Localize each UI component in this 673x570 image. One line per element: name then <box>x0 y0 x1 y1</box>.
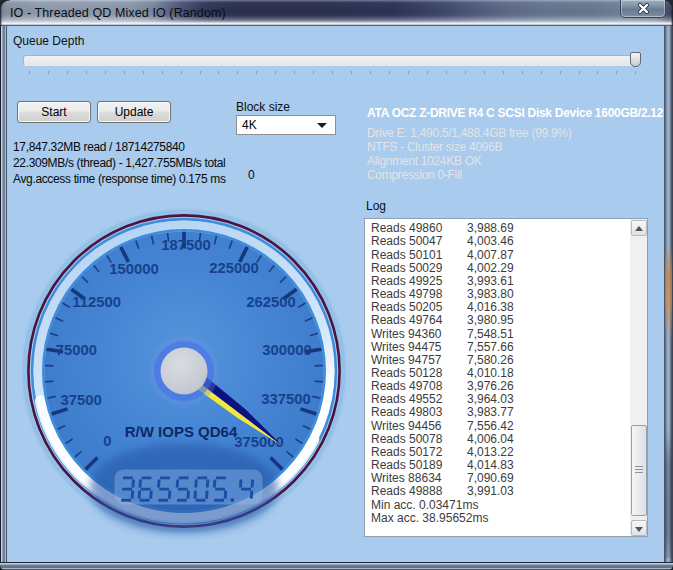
svg-text:262500: 262500 <box>246 294 295 310</box>
svg-text:37500: 37500 <box>61 392 102 408</box>
svg-text:150000: 150000 <box>109 261 158 277</box>
svg-text:300000: 300000 <box>262 342 311 358</box>
svg-text:187500: 187500 <box>161 237 210 253</box>
svg-text:0: 0 <box>103 433 111 449</box>
svg-text:75000: 75000 <box>56 342 97 358</box>
svg-text:R/W IOPS QD64: R/W IOPS QD64 <box>125 423 238 440</box>
svg-text:225000: 225000 <box>209 260 258 276</box>
svg-text:112500: 112500 <box>72 294 121 310</box>
svg-text:337500: 337500 <box>261 391 310 407</box>
